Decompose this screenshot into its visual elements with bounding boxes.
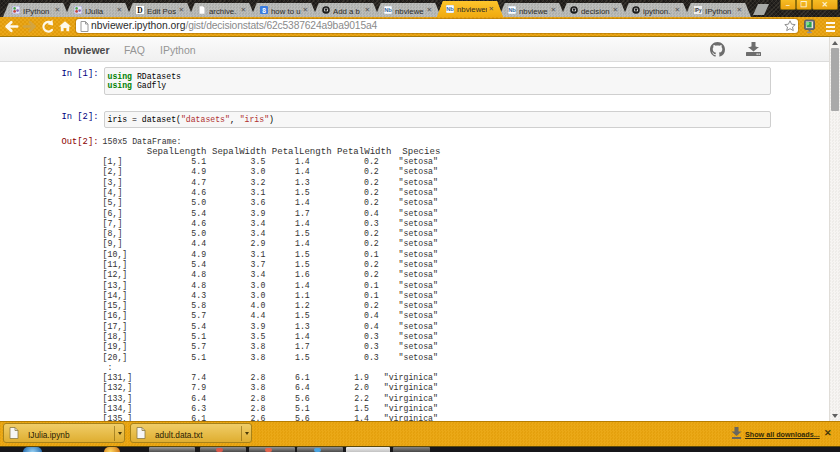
svg-text:8: 8 — [262, 7, 266, 14]
svg-text:IPy: IPy — [695, 8, 702, 13]
svg-text:Nb: Nb — [384, 7, 392, 13]
svg-text:D: D — [137, 6, 142, 14]
svg-text:Nb: Nb — [446, 6, 454, 12]
svg-text:Nb: Nb — [508, 7, 516, 13]
